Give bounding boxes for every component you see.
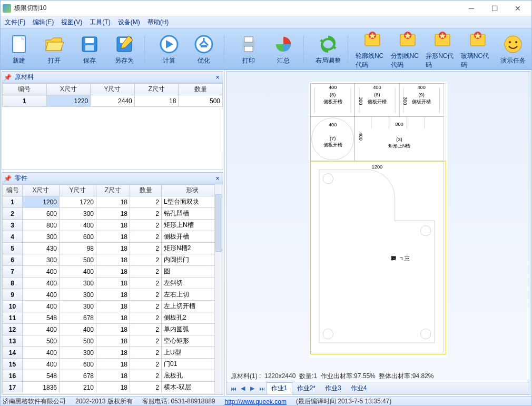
svg-text:(1): (1)	[405, 255, 410, 261]
svg-text:侧板开槽: 侧板开槽	[412, 99, 431, 104]
nav-next-icon[interactable]: ▶	[248, 384, 257, 393]
svg-text:(3): (3)	[396, 137, 402, 142]
job-tab[interactable]: 作业2*	[292, 382, 320, 394]
job-tabs: ⏮ ◀ ▶ ⏭ 作业1作业2*作业3作业4	[226, 382, 530, 394]
calc-icon	[159, 34, 180, 55]
col-header[interactable]: 形状	[162, 185, 223, 196]
col-header[interactable]: X尺寸	[46, 84, 91, 95]
table-row[interactable]: 171836210182横木-双层	[3, 382, 223, 393]
panel-close-icon[interactable]: ×	[212, 74, 223, 81]
app-icon	[3, 4, 11, 13]
menubar: 文件(F) 编辑(E) 视图(V) 工具(T) 设备(M) 帮助(H)	[1, 16, 531, 29]
status-company: 济南黑格软件有限公司	[3, 397, 66, 406]
materials-panel: 📌 原材料 × 编号X尺寸Y尺寸Z尺寸数量 11220244018500	[2, 71, 223, 170]
table-row[interactable]: 6300500182内圆拱门	[3, 254, 223, 266]
profile-nc-icon	[432, 29, 453, 50]
menu-file[interactable]: 文件(F)	[5, 18, 25, 27]
table-row[interactable]: 11548678182侧板孔2	[3, 312, 223, 324]
col-header[interactable]: Z尺寸	[96, 185, 130, 196]
save-icon	[79, 34, 100, 55]
col-header[interactable]: 编号	[3, 185, 23, 196]
col-header[interactable]: Z尺寸	[134, 84, 179, 95]
toolbar-label: 保存	[83, 56, 96, 65]
col-header[interactable]: Y尺寸	[91, 84, 135, 95]
toolbar-label: 轮廓线NC代码	[356, 52, 390, 70]
pin-icon[interactable]: 📌	[2, 175, 13, 182]
toolbar-split-nc[interactable]: 分割线NC代码	[391, 31, 425, 68]
table-row[interactable]: 7400400182圆	[3, 266, 223, 278]
menu-device[interactable]: 设备(M)	[118, 18, 140, 27]
table-row[interactable]: 11220244018500	[3, 95, 223, 107]
toolbar-profile-nc[interactable]: 异形NC代码	[426, 31, 460, 68]
menu-tools[interactable]: 工具(T)	[90, 18, 110, 27]
table-row[interactable]: 15400600182门01	[3, 359, 223, 370]
panel-close-icon[interactable]: ×	[212, 175, 223, 182]
nav-first-icon[interactable]: ⏮	[229, 384, 238, 393]
toolbar-print[interactable]: 打印	[231, 31, 265, 68]
toolbar-label: 打开	[48, 56, 61, 65]
toolbar-save-as[interactable]: 另存为	[107, 31, 142, 68]
materials-table[interactable]: 编号X尺寸Y尺寸Z尺寸数量 11220244018500	[2, 83, 223, 107]
svg-rect-2	[85, 38, 94, 43]
svg-text:400: 400	[373, 85, 381, 90]
col-header[interactable]: 编号	[3, 84, 47, 95]
minimize-button[interactable]: ─	[460, 1, 483, 16]
status-copyright: 2002-2013 版权所有	[75, 397, 133, 406]
svg-text:(8): (8)	[330, 92, 336, 97]
menu-edit[interactable]: 编辑(E)	[33, 18, 54, 27]
close-button[interactable]: ✕	[506, 1, 529, 16]
glass-nc-icon	[467, 29, 488, 50]
svg-text:1200: 1200	[372, 164, 383, 170]
table-row[interactable]: 12400400182单内圆弧	[3, 324, 223, 335]
new-icon	[8, 34, 29, 55]
svg-point-20	[505, 36, 521, 53]
table-row[interactable]: 2600300182钻孔凹槽	[3, 208, 223, 220]
table-row[interactable]: 16548678182底板孔	[3, 370, 223, 382]
parts-scrollbar[interactable]	[214, 184, 223, 394]
svg-rect-3	[85, 45, 94, 51]
toolbar-optimize[interactable]: 优化	[187, 31, 221, 68]
maximize-button[interactable]: ☐	[483, 1, 506, 16]
toolbar-summary[interactable]: 汇总	[267, 31, 301, 68]
layout-adj-icon	[318, 34, 339, 55]
job-tab[interactable]: 作业4	[346, 382, 372, 394]
table-row[interactable]: 112001720182L型台面双块	[3, 196, 223, 208]
layout-preview[interactable]: 400 (8) 侧板开槽 300 400 (8) 侧板开槽 300 400 (9…	[309, 82, 447, 358]
preview-info: 原材料(1) : 1220x2440 数量:1 作业出材率:97.55% 整体出…	[226, 370, 530, 382]
col-header[interactable]: 数量	[130, 185, 162, 196]
table-row[interactable]: 10400300182左上切开槽	[3, 301, 223, 312]
svg-text:400: 400	[329, 122, 337, 127]
toolbar-label: 打印	[242, 56, 255, 65]
col-header[interactable]: 数量	[179, 84, 223, 95]
table-row[interactable]: 543098182矩形N槽2	[3, 243, 223, 254]
pin-icon[interactable]: 📌	[2, 74, 13, 81]
job-tab[interactable]: 作业3	[320, 382, 346, 394]
table-row[interactable]: 13500500182空心矩形	[3, 335, 223, 347]
svg-text:(9): (9)	[418, 92, 424, 97]
nav-prev-icon[interactable]: ◀	[238, 384, 248, 393]
table-row[interactable]: 4300600182侧板开槽	[3, 231, 223, 243]
toolbar-contour-nc[interactable]: 轮廓线NC代码	[356, 31, 390, 68]
toolbar-glass-nc[interactable]: 玻璃NC代码	[461, 31, 495, 68]
parts-table[interactable]: 编号X尺寸Y尺寸Z尺寸数量形状 112001720182L型台面双块260030…	[2, 184, 223, 393]
nav-last-icon[interactable]: ⏭	[257, 384, 267, 393]
table-row[interactable]: 14400300182上U型	[3, 347, 223, 359]
toolbar-demo[interactable]: 演示任务	[496, 31, 530, 68]
svg-text:侧板开槽: 侧板开槽	[368, 99, 387, 104]
svg-rect-10	[244, 37, 253, 42]
toolbar-calc[interactable]: 计算	[152, 31, 186, 68]
col-header[interactable]: Y尺寸	[60, 185, 96, 196]
menu-help[interactable]: 帮助(H)	[147, 18, 169, 27]
col-header[interactable]: X尺寸	[23, 185, 60, 196]
toolbar-label: 异形NC代码	[426, 52, 460, 70]
table-row[interactable]: 9400300182左右上切	[3, 289, 223, 301]
table-row[interactable]: 3800400182矩形上N槽	[3, 220, 223, 231]
status-url[interactable]: http://www.queek.com	[224, 398, 286, 405]
menu-view[interactable]: 视图(V)	[61, 18, 82, 27]
job-tab[interactable]: 作业1	[267, 382, 292, 394]
toolbar-new[interactable]: 新建	[2, 31, 36, 68]
table-row[interactable]: 8400300182左斜切	[3, 278, 223, 289]
toolbar-layout-adj[interactable]: 布局调整	[311, 31, 345, 68]
toolbar-save[interactable]: 保存	[72, 31, 106, 68]
toolbar-open[interactable]: 打开	[37, 31, 72, 68]
